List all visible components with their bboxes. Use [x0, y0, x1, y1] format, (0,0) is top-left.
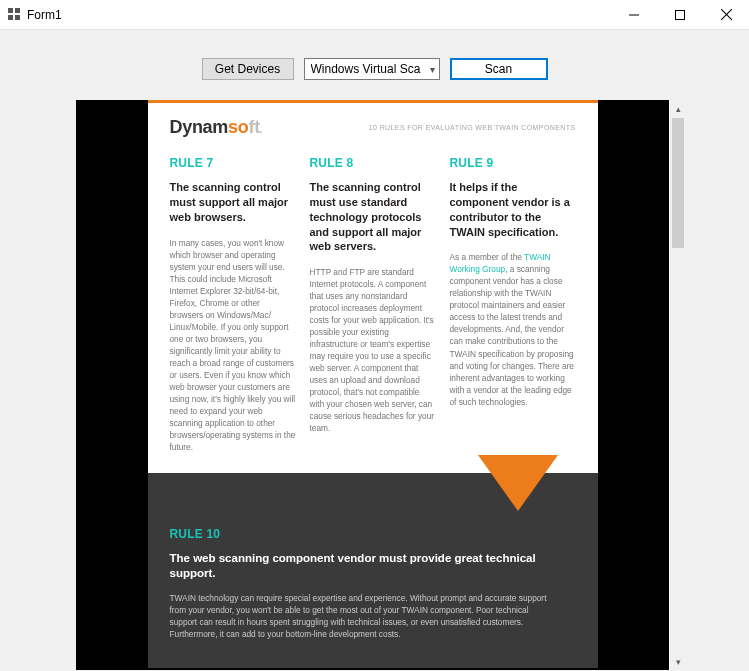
scanned-page: Dynamsoft. 10 RULES FOR EVALUATING WEB T… — [148, 100, 598, 668]
device-select[interactable]: Windows Virtual Sca ▾ — [304, 58, 440, 80]
rule-10-label: RULE 10 — [170, 527, 576, 541]
document-viewer[interactable]: Dynamsoft. 10 RULES FOR EVALUATING WEB T… — [76, 100, 669, 670]
brand-logo: Dynamsoft. — [170, 117, 263, 138]
brand-text-accent: s — [228, 117, 238, 137]
triangle-icon — [478, 455, 558, 511]
rule-10-body: TWAIN technology can require special exp… — [170, 592, 550, 640]
get-devices-button[interactable]: Get Devices — [202, 58, 294, 80]
viewer-panel: Dynamsoft. 10 RULES FOR EVALUATING WEB T… — [76, 100, 686, 670]
scroll-down-button[interactable]: ▾ — [670, 653, 686, 670]
rules-columns: RULE 7 The scanning control must support… — [148, 148, 598, 473]
brand-text-tail: ft — [248, 117, 259, 137]
rule-9-column: RULE 9 It helps if the component vendor … — [450, 156, 576, 453]
rule-8-body: HTTP and FTP are standard Internet proto… — [310, 266, 436, 434]
rule-8-label: RULE 8 — [310, 156, 436, 170]
rule-9-body-post: , a scanning component vendor has a clos… — [450, 264, 574, 406]
window-titlebar: Form1 — [0, 0, 749, 30]
scan-label: Scan — [485, 62, 512, 76]
page-header: Dynamsoft. 10 RULES FOR EVALUATING WEB T… — [148, 103, 598, 148]
rule-7-body: In many cases, you won't know which brow… — [170, 237, 296, 453]
close-icon — [721, 9, 732, 20]
chevron-down-icon: ▾ — [676, 657, 681, 667]
rule-8-heading: The scanning control must use standard t… — [310, 180, 436, 254]
scroll-thumb[interactable] — [672, 118, 684, 248]
brand-dot: . — [260, 124, 262, 135]
maximize-button[interactable] — [657, 0, 703, 30]
device-select-value: Windows Virtual Sca — [311, 62, 426, 76]
vertical-scrollbar[interactable]: ▴ ▾ — [669, 100, 686, 670]
rule-7-label: RULE 7 — [170, 156, 296, 170]
scan-button[interactable]: Scan — [450, 58, 548, 80]
toolbar: Get Devices Windows Virtual Sca ▾ Scan — [0, 58, 749, 80]
brand-text-o: o — [238, 117, 249, 137]
get-devices-label: Get Devices — [215, 62, 280, 76]
rule-7-heading: The scanning control must support all ma… — [170, 180, 296, 225]
app-icon — [8, 8, 21, 21]
rule-9-body-pre: As a member of the — [450, 252, 525, 262]
rule-7-column: RULE 7 The scanning control must support… — [170, 156, 296, 453]
rule-9-heading: It helps if the component vendor is a co… — [450, 180, 576, 239]
chevron-down-icon: ▾ — [430, 64, 435, 75]
rule-9-body: As a member of the TWAIN Working Group, … — [450, 251, 576, 407]
rule-9-label: RULE 9 — [450, 156, 576, 170]
rule-8-column: RULE 8 The scanning control must use sta… — [310, 156, 436, 453]
window-title: Form1 — [27, 8, 62, 22]
page-subtitle: 10 RULES FOR EVALUATING WEB TWAIN COMPON… — [369, 124, 576, 131]
minimize-icon — [629, 10, 639, 20]
brand-text-main: Dynam — [170, 117, 229, 137]
client-area: Get Devices Windows Virtual Sca ▾ Scan D… — [0, 30, 749, 671]
rule-10-heading: The web scanning component vendor must p… — [170, 551, 576, 582]
rule-10-band: RULE 10 The web scanning component vendo… — [148, 473, 598, 668]
scroll-up-button[interactable]: ▴ — [670, 100, 686, 117]
minimize-button[interactable] — [611, 0, 657, 30]
chevron-up-icon: ▴ — [676, 104, 681, 114]
maximize-icon — [675, 10, 685, 20]
svg-rect-1 — [676, 10, 685, 19]
close-button[interactable] — [703, 0, 749, 30]
